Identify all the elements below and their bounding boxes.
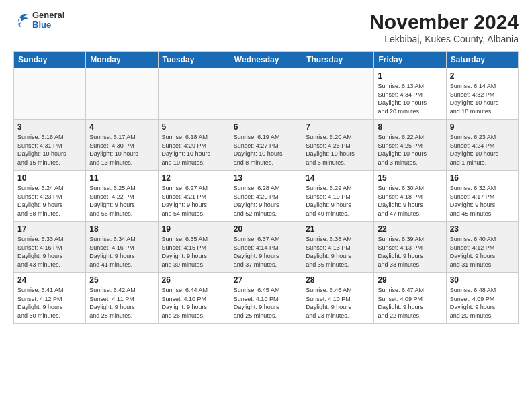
day-number: 14 [306, 173, 370, 183]
calendar-day-cell: 29Sunrise: 6:47 AM Sunset: 4:09 PM Dayli… [374, 273, 446, 324]
day-info: Sunrise: 6:27 AM Sunset: 4:21 PM Dayligh… [162, 184, 226, 218]
day-info: Sunrise: 6:42 AM Sunset: 4:11 PM Dayligh… [89, 286, 154, 320]
header: General Blue November 2024 Lekbibaj, Kuk… [13, 11, 519, 44]
calendar-day-cell: 13Sunrise: 6:28 AM Sunset: 4:20 PM Dayli… [230, 171, 302, 222]
calendar-day-cell: 23Sunrise: 6:40 AM Sunset: 4:12 PM Dayli… [446, 222, 518, 273]
day-number: 2 [450, 71, 515, 81]
day-info: Sunrise: 6:41 AM Sunset: 4:12 PM Dayligh… [17, 286, 82, 320]
calendar-day-cell: 30Sunrise: 6:48 AM Sunset: 4:09 PM Dayli… [446, 273, 518, 324]
day-info: Sunrise: 6:40 AM Sunset: 4:12 PM Dayligh… [450, 235, 515, 269]
day-info: Sunrise: 6:17 AM Sunset: 4:30 PM Dayligh… [89, 133, 154, 167]
calendar-day-cell: 25Sunrise: 6:42 AM Sunset: 4:11 PM Dayli… [86, 273, 158, 324]
day-info: Sunrise: 6:33 AM Sunset: 4:16 PM Dayligh… [17, 235, 82, 269]
day-number: 16 [450, 173, 515, 183]
day-number: 30 [450, 275, 515, 285]
calendar-day-cell: 28Sunrise: 6:46 AM Sunset: 4:10 PM Dayli… [302, 273, 374, 324]
calendar-day-cell: 18Sunrise: 6:34 AM Sunset: 4:16 PM Dayli… [86, 222, 158, 273]
calendar-day-cell: 4Sunrise: 6:17 AM Sunset: 4:30 PM Daylig… [86, 120, 158, 171]
day-number: 18 [89, 224, 154, 234]
day-info: Sunrise: 6:48 AM Sunset: 4:09 PM Dayligh… [450, 286, 515, 320]
calendar-body: 1Sunrise: 6:13 AM Sunset: 4:34 PM Daylig… [14, 68, 519, 324]
day-info: Sunrise: 6:23 AM Sunset: 4:24 PM Dayligh… [450, 133, 515, 167]
day-number: 24 [17, 275, 82, 285]
calendar-day-cell: 24Sunrise: 6:41 AM Sunset: 4:12 PM Dayli… [14, 273, 86, 324]
day-info: Sunrise: 6:14 AM Sunset: 4:32 PM Dayligh… [450, 82, 515, 116]
weekday-header: Friday [374, 52, 446, 68]
day-number: 6 [234, 122, 298, 132]
day-number: 29 [378, 275, 442, 285]
calendar-day-cell: 15Sunrise: 6:30 AM Sunset: 4:18 PM Dayli… [374, 171, 446, 222]
calendar-day-cell: 6Sunrise: 6:19 AM Sunset: 4:27 PM Daylig… [230, 120, 302, 171]
day-info: Sunrise: 6:25 AM Sunset: 4:22 PM Dayligh… [89, 184, 154, 218]
calendar-week-row: 17Sunrise: 6:33 AM Sunset: 4:16 PM Dayli… [14, 222, 519, 273]
day-number: 8 [378, 122, 442, 132]
calendar-day-cell: 14Sunrise: 6:29 AM Sunset: 4:19 PM Dayli… [302, 171, 374, 222]
calendar-day-cell: 17Sunrise: 6:33 AM Sunset: 4:16 PM Dayli… [14, 222, 86, 273]
day-number: 25 [89, 275, 154, 285]
calendar-day-cell: 8Sunrise: 6:22 AM Sunset: 4:25 PM Daylig… [374, 120, 446, 171]
calendar-day-cell: 16Sunrise: 6:32 AM Sunset: 4:17 PM Dayli… [446, 171, 518, 222]
day-info: Sunrise: 6:39 AM Sunset: 4:13 PM Dayligh… [378, 235, 442, 269]
calendar-day-cell: 1Sunrise: 6:13 AM Sunset: 4:34 PM Daylig… [374, 68, 446, 120]
calendar-day-cell [302, 68, 374, 120]
day-number: 22 [378, 224, 442, 234]
day-info: Sunrise: 6:37 AM Sunset: 4:14 PM Dayligh… [234, 235, 298, 269]
calendar-day-cell: 11Sunrise: 6:25 AM Sunset: 4:22 PM Dayli… [86, 171, 158, 222]
logo-general: General [32, 11, 64, 20]
day-info: Sunrise: 6:38 AM Sunset: 4:13 PM Dayligh… [306, 235, 370, 269]
day-info: Sunrise: 6:45 AM Sunset: 4:10 PM Dayligh… [234, 286, 298, 320]
day-info: Sunrise: 6:13 AM Sunset: 4:34 PM Dayligh… [378, 82, 442, 116]
weekday-row: SundayMondayTuesdayWednesdayThursdayFrid… [14, 52, 519, 68]
calendar-day-cell [14, 68, 86, 120]
page: General Blue November 2024 Lekbibaj, Kuk… [0, 0, 532, 411]
day-info: Sunrise: 6:19 AM Sunset: 4:27 PM Dayligh… [234, 133, 298, 167]
day-number: 9 [450, 122, 515, 132]
day-number: 15 [378, 173, 442, 183]
calendar-day-cell: 10Sunrise: 6:24 AM Sunset: 4:23 PM Dayli… [14, 171, 86, 222]
calendar-day-cell: 19Sunrise: 6:35 AM Sunset: 4:15 PM Dayli… [158, 222, 230, 273]
day-info: Sunrise: 6:28 AM Sunset: 4:20 PM Dayligh… [234, 184, 298, 218]
calendar-day-cell: 5Sunrise: 6:18 AM Sunset: 4:29 PM Daylig… [158, 120, 230, 171]
day-info: Sunrise: 6:46 AM Sunset: 4:10 PM Dayligh… [306, 286, 370, 320]
day-number: 21 [306, 224, 370, 234]
calendar-day-cell [158, 68, 230, 120]
day-number: 7 [306, 122, 370, 132]
calendar-week-row: 24Sunrise: 6:41 AM Sunset: 4:12 PM Dayli… [14, 273, 519, 324]
logo-blue: Blue [32, 20, 64, 30]
weekday-header: Thursday [302, 52, 374, 68]
calendar-day-cell: 27Sunrise: 6:45 AM Sunset: 4:10 PM Dayli… [230, 273, 302, 324]
calendar-day-cell: 9Sunrise: 6:23 AM Sunset: 4:24 PM Daylig… [446, 120, 518, 171]
calendar-day-cell: 3Sunrise: 6:16 AM Sunset: 4:31 PM Daylig… [14, 120, 86, 171]
weekday-header: Monday [86, 52, 158, 68]
calendar-header: SundayMondayTuesdayWednesdayThursdayFrid… [14, 52, 519, 68]
day-number: 1 [378, 71, 442, 81]
day-number: 19 [162, 224, 226, 234]
day-number: 11 [89, 173, 154, 183]
calendar-day-cell [230, 68, 302, 120]
weekday-header: Sunday [14, 52, 86, 68]
calendar-day-cell: 21Sunrise: 6:38 AM Sunset: 4:13 PM Dayli… [302, 222, 374, 273]
logo: General Blue [13, 11, 64, 30]
weekday-header: Wednesday [230, 52, 302, 68]
calendar-title: November 2024 [369, 11, 519, 34]
day-info: Sunrise: 6:30 AM Sunset: 4:18 PM Dayligh… [378, 184, 442, 218]
logo-icon [13, 13, 30, 28]
calendar-week-row: 10Sunrise: 6:24 AM Sunset: 4:23 PM Dayli… [14, 171, 519, 222]
day-info: Sunrise: 6:35 AM Sunset: 4:15 PM Dayligh… [162, 235, 226, 269]
day-info: Sunrise: 6:29 AM Sunset: 4:19 PM Dayligh… [306, 184, 370, 218]
day-number: 12 [162, 173, 226, 183]
day-number: 3 [17, 122, 82, 132]
calendar-subtitle: Lekbibaj, Kukes County, Albania [369, 34, 519, 44]
day-number: 10 [17, 173, 82, 183]
day-info: Sunrise: 6:24 AM Sunset: 4:23 PM Dayligh… [17, 184, 82, 218]
calendar-week-row: 1Sunrise: 6:13 AM Sunset: 4:34 PM Daylig… [14, 68, 519, 120]
title-block: November 2024 Lekbibaj, Kukes County, Al… [369, 11, 519, 44]
day-number: 28 [306, 275, 370, 285]
day-number: 5 [162, 122, 226, 132]
day-info: Sunrise: 6:20 AM Sunset: 4:26 PM Dayligh… [306, 133, 370, 167]
day-number: 23 [450, 224, 515, 234]
calendar-day-cell: 12Sunrise: 6:27 AM Sunset: 4:21 PM Dayli… [158, 171, 230, 222]
calendar-day-cell: 26Sunrise: 6:44 AM Sunset: 4:10 PM Dayli… [158, 273, 230, 324]
calendar-day-cell: 20Sunrise: 6:37 AM Sunset: 4:14 PM Dayli… [230, 222, 302, 273]
logo-text: General Blue [32, 11, 64, 30]
